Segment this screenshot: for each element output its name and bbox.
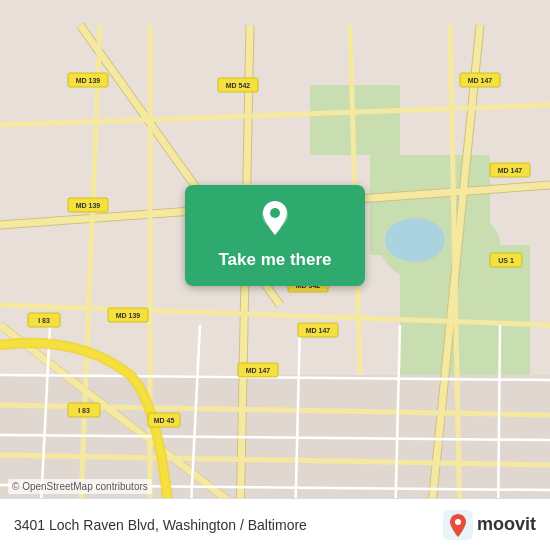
- svg-text:MD 147: MD 147: [498, 167, 523, 174]
- svg-text:MD 147: MD 147: [306, 327, 331, 334]
- moovit-logo: moovit: [443, 510, 536, 540]
- address-text: 3401 Loch Raven Blvd, Washington / Balti…: [14, 517, 307, 533]
- map-container: MD 542 MD 139 MD 147 MD 147 MD 542 MD 13…: [0, 0, 550, 550]
- svg-text:MD 139: MD 139: [76, 202, 101, 209]
- svg-point-64: [455, 519, 461, 525]
- moovit-logo-icon: [443, 510, 473, 540]
- attribution: © OpenStreetMap contributors: [8, 479, 152, 494]
- cta-button-container: Take me there: [185, 185, 365, 286]
- attribution-text: © OpenStreetMap contributors: [12, 481, 148, 492]
- svg-text:US 1: US 1: [498, 257, 514, 264]
- bottom-bar: 3401 Loch Raven Blvd, Washington / Balti…: [0, 498, 550, 550]
- svg-text:MD 139: MD 139: [116, 312, 141, 319]
- svg-text:I 83: I 83: [38, 317, 50, 324]
- pin-icon: [260, 201, 290, 244]
- moovit-brand-text: moovit: [477, 514, 536, 535]
- take-me-there-button[interactable]: Take me there: [185, 185, 365, 286]
- svg-text:MD 542: MD 542: [226, 82, 251, 89]
- svg-text:MD 147: MD 147: [246, 367, 271, 374]
- svg-point-5: [385, 218, 445, 262]
- svg-text:MD 147: MD 147: [468, 77, 493, 84]
- cta-button-label: Take me there: [218, 250, 331, 270]
- svg-text:MD 139: MD 139: [76, 77, 101, 84]
- svg-point-62: [270, 208, 280, 218]
- svg-text:I 83: I 83: [78, 407, 90, 414]
- svg-text:MD 45: MD 45: [154, 417, 175, 424]
